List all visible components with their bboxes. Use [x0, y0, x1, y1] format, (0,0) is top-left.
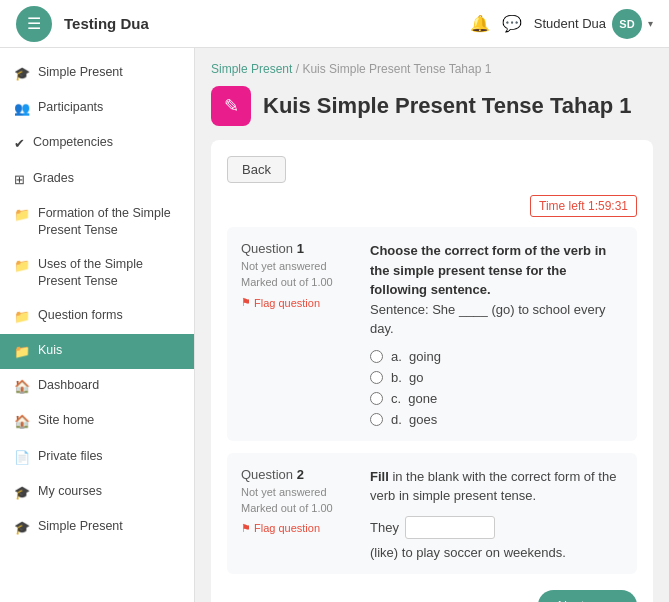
sidebar-icon-7: 📁 — [14, 343, 30, 361]
option-b-label: b. go — [391, 370, 424, 385]
sidebar-label-12: Simple Present — [38, 518, 180, 536]
option-a-label: a. going — [391, 349, 441, 364]
question-1-meta: Question 1 Not yet answered Marked out o… — [241, 241, 356, 427]
header-right: 🔔 💬 Student Dua SD ▾ — [470, 9, 653, 39]
sidebar-item-0[interactable]: 🎓 Simple Present — [0, 56, 194, 91]
question-2-flag[interactable]: ⚑ Flag question — [241, 522, 356, 535]
question-1-number: Question 1 — [241, 241, 356, 256]
time-left-container: Time left 1:59:31 — [227, 195, 637, 217]
clearfix: Next page — [227, 586, 637, 603]
option-d-label: d. goes — [391, 412, 437, 427]
question-2-marked: Marked out of 1.00 — [241, 502, 356, 514]
question-1-block: Question 1 Not yet answered Marked out o… — [227, 227, 637, 441]
sidebar-icon-4: 📁 — [14, 206, 30, 224]
sidebar-label-7: Kuis — [38, 342, 180, 360]
page-title: Kuis Simple Present Tense Tahap 1 — [263, 93, 631, 119]
sidebar-label-8: Dashboard — [38, 377, 180, 395]
question-1-instruction: Choose the correct form of the verb in t… — [370, 241, 623, 339]
question-1-status: Not yet answered — [241, 260, 356, 272]
flag-label: Flag question — [254, 297, 320, 309]
sidebar-item-11[interactable]: 🎓 My courses — [0, 475, 194, 510]
question-1-flag[interactable]: ⚑ Flag question — [241, 296, 356, 309]
sidebar-icon-3: ⊞ — [14, 171, 25, 189]
time-badge: Time left 1:59:31 — [530, 195, 637, 217]
question-1-marked: Marked out of 1.00 — [241, 276, 356, 288]
back-button[interactable]: Back — [227, 156, 286, 183]
question-1-body: Choose the correct form of the verb in t… — [370, 241, 623, 427]
sidebar-item-4[interactable]: 📁 Formation of the Simple Present Tense — [0, 197, 194, 248]
sidebar: 🎓 Simple Present 👥 Participants ✔ Compet… — [0, 48, 195, 602]
sidebar-item-8[interactable]: 🏠 Dashboard — [0, 369, 194, 404]
question-2-fill: They (like) to play soccer on weekends. — [370, 516, 623, 560]
top-header: ☰ Testing Dua 🔔 💬 Student Dua SD ▾ — [0, 0, 669, 48]
sidebar-label-1: Participants — [38, 99, 180, 117]
sidebar-label-9: Site home — [38, 412, 180, 430]
sidebar-icon-9: 🏠 — [14, 413, 30, 431]
option-a-radio[interactable] — [370, 350, 383, 363]
sidebar-label-6: Question forms — [38, 307, 180, 325]
app-title: Testing Dua — [64, 15, 458, 32]
flag-label-2: Flag question — [254, 522, 320, 534]
sidebar-item-10[interactable]: 📄 Private files — [0, 440, 194, 475]
fill-blank-input[interactable] — [405, 516, 495, 539]
sidebar-icon-10: 📄 — [14, 449, 30, 467]
option-b-radio[interactable] — [370, 371, 383, 384]
question-2-number: Question 2 — [241, 467, 356, 482]
sidebar-item-12[interactable]: 🎓 Simple Present — [0, 510, 194, 545]
main-layout: 🎓 Simple Present 👥 Participants ✔ Compet… — [0, 48, 669, 602]
breadcrumb: Simple Present / Kuis Simple Present Ten… — [211, 62, 653, 76]
sidebar-icon-2: ✔ — [14, 135, 25, 153]
page-icon: ✎ — [211, 86, 251, 126]
sidebar-label-3: Grades — [33, 170, 180, 188]
question-2-status: Not yet answered — [241, 486, 356, 498]
flag-icon-2: ⚑ — [241, 522, 251, 535]
notification-icon[interactable]: 🔔 — [470, 14, 490, 33]
sidebar-icon-8: 🏠 — [14, 378, 30, 396]
question-2-instruction: Fill in the blank with the correct form … — [370, 467, 623, 506]
sidebar-label-4: Formation of the Simple Present Tense — [38, 205, 180, 240]
user-avatar: SD — [612, 9, 642, 39]
sidebar-label-0: Simple Present — [38, 64, 180, 82]
question-2-block: Question 2 Not yet answered Marked out o… — [227, 453, 637, 574]
question-2-body: Fill in the blank with the correct form … — [370, 467, 623, 560]
user-name: Student Dua — [534, 16, 606, 31]
sidebar-item-3[interactable]: ⊞ Grades — [0, 162, 194, 197]
sidebar-icon-12: 🎓 — [14, 519, 30, 537]
sidebar-label-2: Competencies — [33, 134, 180, 152]
next-page-button[interactable]: Next page — [538, 590, 637, 603]
fill-prefix: They — [370, 520, 399, 535]
option-c-radio[interactable] — [370, 392, 383, 405]
sidebar-item-6[interactable]: 📁 Question forms — [0, 299, 194, 334]
option-c-label: c. gone — [391, 391, 437, 406]
sidebar-icon-5: 📁 — [14, 257, 30, 275]
user-info: Student Dua SD ▾ — [534, 9, 653, 39]
option-d-radio[interactable] — [370, 413, 383, 426]
sidebar-label-10: Private files — [38, 448, 180, 466]
sidebar-item-5[interactable]: 📁 Uses of the Simple Present Tense — [0, 248, 194, 299]
quiz-card: Back Time left 1:59:31 Question 1 Not ye… — [211, 140, 653, 602]
option-a[interactable]: a. going — [370, 349, 623, 364]
sidebar-item-9[interactable]: 🏠 Site home — [0, 404, 194, 439]
sidebar-label-5: Uses of the Simple Present Tense — [38, 256, 180, 291]
breadcrumb-link-simple-present[interactable]: Simple Present — [211, 62, 292, 76]
sidebar-item-2[interactable]: ✔ Competencies — [0, 126, 194, 161]
flag-icon: ⚑ — [241, 296, 251, 309]
sidebar-item-1[interactable]: 👥 Participants — [0, 91, 194, 126]
sidebar-icon-6: 📁 — [14, 308, 30, 326]
option-c[interactable]: c. gone — [370, 391, 623, 406]
option-d[interactable]: d. goes — [370, 412, 623, 427]
hamburger-button[interactable]: ☰ — [16, 6, 52, 42]
chat-icon[interactable]: 💬 — [502, 14, 522, 33]
sidebar-item-7[interactable]: 📁 Kuis — [0, 334, 194, 369]
question-2-meta: Question 2 Not yet answered Marked out o… — [241, 467, 356, 560]
option-b[interactable]: b. go — [370, 370, 623, 385]
chevron-down-icon[interactable]: ▾ — [648, 18, 653, 29]
menu-icon: ☰ — [27, 14, 41, 33]
sidebar-icon-1: 👥 — [14, 100, 30, 118]
question-1-options: a. going b. go c. gone d. goes — [370, 349, 623, 427]
quiz-icon: ✎ — [224, 95, 239, 117]
sidebar-icon-0: 🎓 — [14, 65, 30, 83]
main-content: Simple Present / Kuis Simple Present Ten… — [195, 48, 669, 602]
sidebar-icon-11: 🎓 — [14, 484, 30, 502]
sidebar-label-11: My courses — [38, 483, 180, 501]
